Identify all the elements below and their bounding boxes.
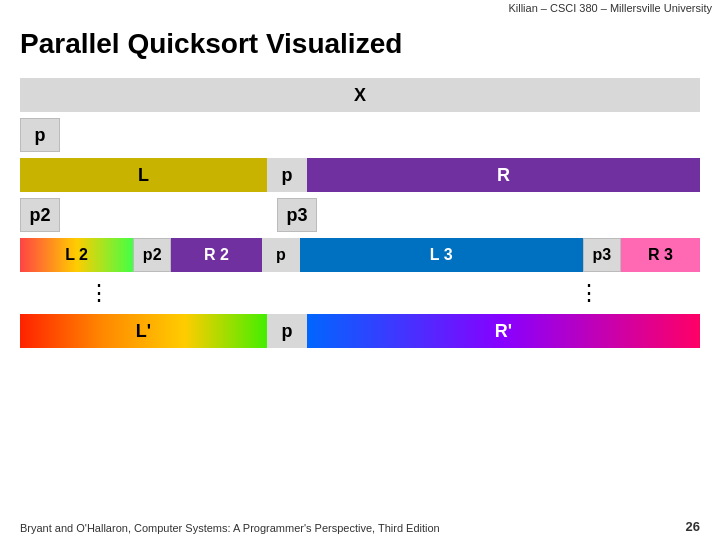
p3-label: p3 <box>277 198 317 232</box>
header-credit: Killian – CSCI 380 – Millersville Univer… <box>508 2 712 14</box>
bar-Rprime: R' <box>307 314 700 348</box>
bar-R3: R 3 <box>621 238 700 272</box>
p3-mid: p3 <box>583 238 621 272</box>
row-dots: ⋮ ⋮ <box>20 276 700 310</box>
L-label: L <box>138 165 149 186</box>
dots-left: ⋮ <box>20 282 180 304</box>
p-final: p <box>267 314 307 348</box>
Lprime-label: L' <box>136 321 151 342</box>
footer-right: 26 <box>686 519 700 534</box>
dots-right: ⋮ <box>480 282 700 304</box>
R2-label: R 2 <box>204 246 229 264</box>
dots-left-text: ⋮ <box>88 282 112 304</box>
p2-mid: p2 <box>133 238 171 272</box>
bar-x: X <box>20 78 700 112</box>
L3-label: L 3 <box>430 246 453 264</box>
bar-Lprime: L' <box>20 314 267 348</box>
p-mid2: p <box>262 238 300 272</box>
p-mid: p <box>267 158 307 192</box>
visualization: X p L p R p2 p3 L 2 p2 R 2 p L 3 p3 <box>20 78 700 348</box>
Rprime-label: R' <box>495 321 512 342</box>
row-final: L' p R' <box>20 314 700 348</box>
dots-right-text: ⋮ <box>578 282 602 304</box>
row-p: p <box>20 118 700 152</box>
bar-L3: L 3 <box>300 238 583 272</box>
p-label: p <box>20 118 60 152</box>
row-lpr: L p R <box>20 158 700 192</box>
bar-L2: L 2 <box>20 238 133 272</box>
x-label: X <box>354 85 366 106</box>
R3-label: R 3 <box>648 246 673 264</box>
footer-left: Bryant and O'Hallaron, Computer Systems:… <box>20 522 440 534</box>
row-p2p3: p2 p3 <box>20 198 700 232</box>
bar-R2: R 2 <box>171 238 262 272</box>
row-x: X <box>20 78 700 112</box>
L2-label: L 2 <box>65 246 88 264</box>
bar-R: R <box>307 158 700 192</box>
R-label: R <box>497 165 510 186</box>
p2-label: p2 <box>20 198 60 232</box>
bar-L: L <box>20 158 267 192</box>
page-title: Parallel Quicksort Visualized <box>20 28 402 60</box>
row-decomp: L 2 p2 R 2 p L 3 p3 R 3 <box>20 238 700 272</box>
